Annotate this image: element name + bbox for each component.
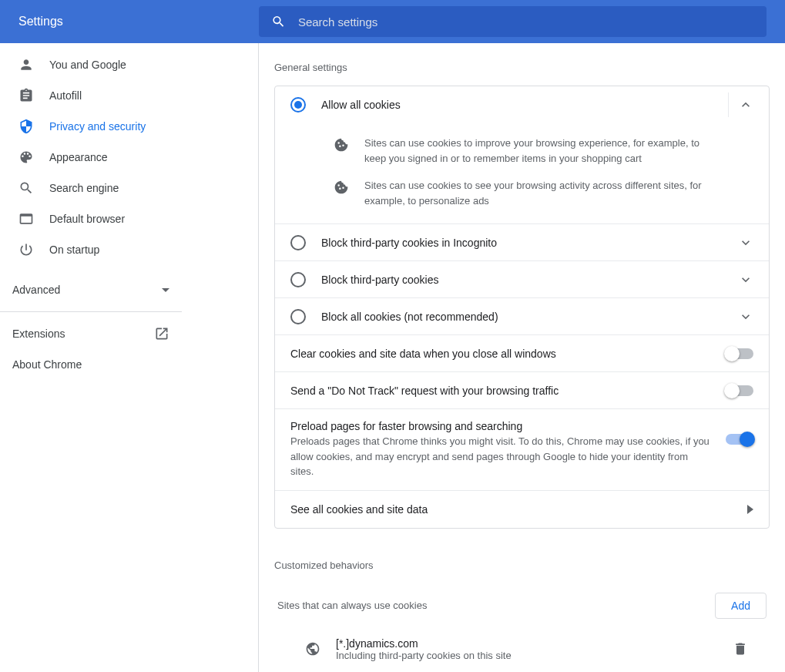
- chevron-down-icon[interactable]: [738, 309, 753, 324]
- palette-icon: [18, 150, 34, 165]
- sites-always-header: Sites that can always use cookies Add: [274, 593, 770, 619]
- sidebar-item-label: Privacy and security: [49, 120, 146, 133]
- sidebar-item-label: You and Google: [49, 59, 126, 71]
- shield-icon: [18, 119, 34, 134]
- preload-desc: Preloads pages that Chrome thinks you mi…: [290, 434, 713, 479]
- site-domain: [*.]dynamics.com: [336, 637, 733, 650]
- header: Settings: [0, 0, 785, 43]
- section-title-custom: Customized behaviors: [274, 559, 770, 571]
- option-allow-all[interactable]: Allow all cookies: [275, 86, 769, 123]
- toggle-label: Clear cookies and site data when you clo…: [290, 348, 726, 360]
- radio-block-all[interactable]: [290, 309, 306, 324]
- advanced-label: Advanced: [12, 284, 60, 296]
- chevron-up-icon[interactable]: [738, 97, 753, 113]
- desc-text: Sites can use cookies to see your browsi…: [364, 178, 753, 208]
- toggle-clear-on-close: Clear cookies and site data when you clo…: [275, 335, 769, 372]
- toggle-switch[interactable]: [726, 348, 753, 359]
- sidebar-item-label: Appearance: [49, 151, 108, 163]
- content: General settings Allow all cookies Sites…: [259, 43, 785, 672]
- assignment-icon: [18, 88, 34, 103]
- sidebar-item-label: Autofill: [49, 89, 82, 102]
- arrow-drop-down-icon: [162, 288, 169, 292]
- sidebar-item-about[interactable]: About Chrome: [0, 349, 188, 380]
- desc-row-1: Sites can use cookies to improve your br…: [303, 129, 769, 172]
- site-note: Including third-party cookies on this si…: [336, 650, 733, 661]
- globe-icon: [305, 641, 320, 657]
- search-input[interactable]: [298, 15, 754, 29]
- toggle-preload: Preload pages for faster browsing and se…: [275, 409, 769, 491]
- sidebar-item-default-browser[interactable]: Default browser: [0, 203, 258, 234]
- sites-always-label: Sites that can always use cookies: [277, 600, 427, 611]
- option-label: Block third-party cookies: [321, 274, 738, 286]
- sidebar-item-extensions[interactable]: Extensions: [0, 318, 188, 349]
- add-button[interactable]: Add: [715, 593, 767, 619]
- page-title: Settings: [0, 15, 259, 29]
- cookie-icon: [334, 180, 349, 195]
- site-row: [*.]dynamics.com Including third-party c…: [274, 631, 770, 667]
- radio-allow-all[interactable]: [290, 97, 306, 113]
- sidebar-item-label: Search engine: [49, 182, 119, 194]
- chevron-down-icon[interactable]: [738, 235, 753, 250]
- see-all-cookies[interactable]: See all cookies and site data: [275, 491, 769, 528]
- sidebar-item-privacy[interactable]: Privacy and security: [0, 111, 258, 142]
- sidebar-item-appearance[interactable]: Appearance: [0, 142, 258, 173]
- sidebar-item-label: Default browser: [49, 213, 125, 225]
- sidebar-item-search-engine[interactable]: Search engine: [0, 173, 258, 203]
- preload-title: Preload pages for faster browsing and se…: [290, 420, 713, 432]
- option-descriptions: Sites can use cookies to improve your br…: [275, 123, 769, 224]
- sidebar-item-label: On startup: [49, 244, 99, 256]
- sidebar-item-autofill[interactable]: Autofill: [0, 80, 258, 111]
- main: You and Google Autofill Privacy and secu…: [0, 43, 785, 672]
- web-icon: [18, 211, 34, 227]
- option-block-incognito[interactable]: Block third-party cookies in Incognito: [275, 224, 769, 261]
- person-icon: [18, 57, 34, 72]
- option-label: Allow all cookies: [321, 99, 719, 111]
- section-title-general: General settings: [274, 62, 770, 73]
- desc-row-2: Sites can use cookies to see your browsi…: [303, 172, 769, 214]
- site-text: [*.]dynamics.com Including third-party c…: [336, 637, 733, 661]
- desc-text: Sites can use cookies to improve your br…: [364, 136, 753, 166]
- about-label: About Chrome: [12, 358, 82, 371]
- arrow-right-icon: [747, 505, 753, 514]
- option-label: Block all cookies (not recommended): [321, 311, 738, 323]
- sidebar-item-you-and-google[interactable]: You and Google: [0, 49, 258, 80]
- option-label: Block third-party cookies in Incognito: [321, 237, 738, 249]
- see-all-label: See all cookies and site data: [290, 503, 747, 516]
- option-block-third-party[interactable]: Block third-party cookies: [275, 261, 769, 298]
- trash-icon[interactable]: [733, 641, 748, 657]
- search-icon: [271, 14, 286, 29]
- radio-block-incognito[interactable]: [290, 235, 306, 250]
- power-icon: [18, 242, 34, 257]
- option-block-all[interactable]: Block all cookies (not recommended): [275, 298, 769, 335]
- toggle-switch[interactable]: [726, 385, 753, 396]
- divider: [0, 311, 182, 312]
- toggle-do-not-track: Send a "Do Not Track" request with your …: [275, 372, 769, 409]
- toggle-switch[interactable]: [726, 434, 753, 445]
- cookie-icon: [334, 137, 349, 153]
- toggle-label: Send a "Do Not Track" request with your …: [290, 385, 726, 397]
- advanced-toggle[interactable]: Advanced: [0, 274, 188, 305]
- sidebar: You and Google Autofill Privacy and secu…: [0, 43, 259, 672]
- custom-subsection: Sites that can always use cookies Add [*…: [274, 593, 770, 667]
- radio-block-third-party[interactable]: [290, 272, 306, 287]
- search-bar[interactable]: [259, 6, 767, 37]
- search-icon: [18, 180, 34, 196]
- extensions-label: Extensions: [12, 328, 65, 340]
- general-card: Allow all cookies Sites can use cookies …: [274, 86, 770, 529]
- sidebar-item-on-startup[interactable]: On startup: [0, 234, 258, 265]
- chevron-down-icon[interactable]: [738, 272, 753, 287]
- open-in-new-icon: [154, 326, 169, 341]
